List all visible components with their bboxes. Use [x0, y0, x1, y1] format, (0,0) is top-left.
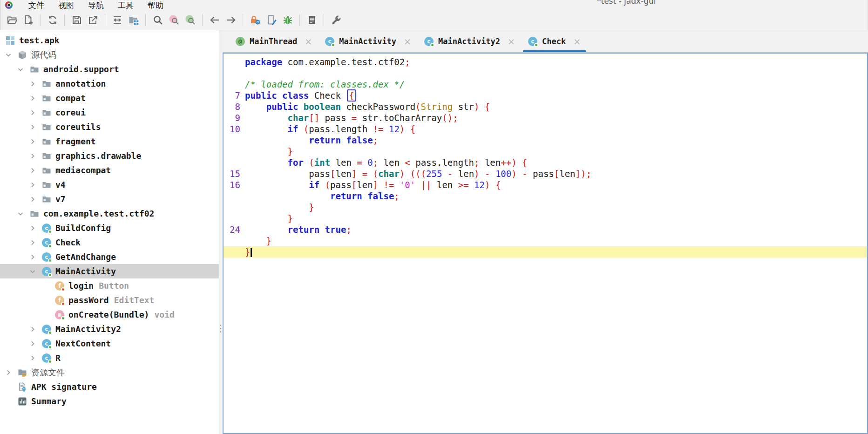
- tab-check[interactable]: cCheck×: [522, 30, 587, 52]
- tree-item-fragment[interactable]: fragment: [0, 134, 219, 149]
- code-text: }: [245, 246, 867, 258]
- menu-tools[interactable]: 工具: [111, 0, 141, 10]
- export-button[interactable]: [85, 12, 101, 28]
- horizontal-fit-button[interactable]: [109, 12, 125, 28]
- tree-item-compat[interactable]: compat: [0, 91, 219, 105]
- chevron-closed-icon[interactable]: [30, 94, 42, 103]
- chevron-closed-icon[interactable]: [30, 79, 42, 88]
- tree-item-coreutils[interactable]: coreutils: [0, 120, 219, 134]
- export-icon: [88, 14, 99, 26]
- menu-file[interactable]: 文件: [21, 0, 51, 10]
- code-line-7[interactable]: 10 if (pass.length != 12) {: [224, 123, 867, 135]
- tree-item-mediacompat[interactable]: mediacompat: [0, 163, 219, 177]
- tree-item-v4[interactable]: v4: [0, 177, 219, 192]
- chevron-open-icon[interactable]: [18, 209, 30, 218]
- chevron-closed-icon[interactable]: [30, 180, 42, 190]
- tree-item-r[interactable]: cR: [0, 351, 219, 365]
- chevron-open-icon[interactable]: [6, 50, 18, 60]
- chevron-closed-icon[interactable]: [30, 108, 42, 117]
- tab-close-icon[interactable]: ×: [305, 36, 312, 47]
- debugger-button[interactable]: [279, 12, 296, 28]
- tree-item-summary[interactable]: Summary: [0, 394, 219, 408]
- line-number: [224, 146, 245, 157]
- tree-item-mainactivity2[interactable]: cMainActivity2: [0, 322, 219, 336]
- tree-item-源代码[interactable]: 源代码: [0, 47, 219, 62]
- tab-close-icon[interactable]: ×: [404, 36, 411, 47]
- code-line-2[interactable]: [224, 68, 867, 79]
- log-viewer-button[interactable]: [304, 12, 320, 28]
- tree-item-label: compat: [55, 93, 86, 103]
- chevron-closed-icon[interactable]: [30, 252, 42, 262]
- tab-mainthread[interactable]: @MainThread×: [229, 30, 319, 52]
- code-line-15[interactable]: }: [224, 213, 867, 224]
- flat-packages-icon: [128, 14, 139, 26]
- tree-item-资源文件[interactable]: 资源文件: [0, 365, 219, 380]
- code-line-14[interactable]: }: [224, 202, 867, 213]
- forward-button[interactable]: [223, 12, 239, 28]
- code-line-10[interactable]: for (int len = 0; len < pass.length; len…: [224, 157, 867, 168]
- tree-item-oncreate-bundle-[interactable]: monCreate(Bundle)void: [0, 307, 219, 322]
- code-line-3[interactable]: /* loaded from: classes.dex */: [224, 79, 867, 90]
- menu-help[interactable]: 帮助: [141, 0, 170, 10]
- chevron-closed-icon[interactable]: [30, 195, 42, 204]
- code-line-11[interactable]: 15 pass[len] = (char) (((255 - len) - 10…: [224, 168, 867, 179]
- tree-item-com-example-test-ctf02[interactable]: com.example.test.ctf02: [0, 206, 219, 221]
- chevron-closed-icon[interactable]: [6, 368, 18, 377]
- menu-view[interactable]: 视图: [51, 0, 81, 10]
- flat-packages-button[interactable]: [125, 12, 142, 28]
- tree-item-check[interactable]: cCheck: [0, 235, 219, 250]
- open-file-button[interactable]: [4, 12, 20, 28]
- tab-close-icon[interactable]: ×: [508, 36, 515, 47]
- device-button[interactable]: [263, 12, 279, 28]
- code-line-6[interactable]: 9 char[] pass = str.toCharArray();: [224, 112, 867, 123]
- chevron-closed-icon[interactable]: [30, 151, 42, 161]
- chevron-open-icon[interactable]: [18, 65, 30, 74]
- tree-item-login[interactable]: floginButton: [0, 278, 219, 293]
- code-line-1[interactable]: package com.example.test.ctf02;: [224, 56, 867, 68]
- tree-item-coreui[interactable]: coreui: [0, 105, 219, 120]
- code-line-4[interactable]: 7public class Check {: [224, 90, 867, 101]
- class-search-button[interactable]: [166, 12, 182, 28]
- tree-item-v7[interactable]: v7: [0, 192, 219, 206]
- menu-navigation[interactable]: 导航: [81, 0, 111, 10]
- back-button[interactable]: [206, 12, 223, 28]
- chevron-closed-icon[interactable]: [30, 238, 42, 247]
- reload-button[interactable]: [44, 12, 61, 28]
- text-search-button[interactable]: [149, 12, 166, 28]
- tree-item-test-apk[interactable]: test.apk: [0, 33, 219, 47]
- code-line-18[interactable]: }: [224, 246, 867, 258]
- tree-item-annotation[interactable]: annotation: [0, 76, 219, 91]
- tab-close-icon[interactable]: ×: [573, 36, 581, 47]
- chevron-closed-icon[interactable]: [30, 339, 42, 348]
- chevron-closed-icon[interactable]: [30, 224, 42, 233]
- chevron-closed-icon[interactable]: [30, 137, 42, 146]
- chevron-open-icon[interactable]: [30, 267, 42, 276]
- chevron-closed-icon[interactable]: [30, 325, 42, 334]
- tree-item-nextcontent[interactable]: cNextContent: [0, 336, 219, 351]
- splitter[interactable]: [219, 30, 223, 434]
- tree-item-mainactivity[interactable]: cMainActivity: [0, 264, 219, 278]
- code-line-13[interactable]: return false;: [224, 190, 867, 202]
- code-line-16[interactable]: 24 return true;: [224, 224, 867, 235]
- tab-mainactivity2[interactable]: cMainActivity2×: [418, 30, 522, 52]
- tree-item-getandchange[interactable]: cGetAndChange: [0, 250, 219, 264]
- chevron-closed-icon[interactable]: [30, 166, 42, 175]
- code-line-5[interactable]: 8 public boolean checkPassword(String st…: [224, 101, 867, 112]
- chevron-closed-icon[interactable]: [30, 353, 42, 363]
- deobfuscation-button[interactable]: [247, 12, 263, 28]
- comment-search-button[interactable]: [182, 12, 198, 28]
- preferences-button[interactable]: [328, 12, 344, 28]
- code-line-8[interactable]: return false;: [224, 135, 867, 146]
- add-files-button[interactable]: [20, 12, 36, 28]
- tree-item-android-support[interactable]: android.support: [0, 62, 219, 76]
- save-all-button[interactable]: [68, 12, 85, 28]
- tab-mainactivity[interactable]: cMainActivity×: [319, 30, 418, 52]
- chevron-closed-icon[interactable]: [30, 122, 42, 132]
- tree-item-apk-signature[interactable]: APK signature: [0, 380, 219, 394]
- tree-item-password[interactable]: fpassWordEditText: [0, 293, 219, 307]
- code-line-12[interactable]: 16 if (pass[len] != '0' || len >= 12) {: [224, 179, 867, 190]
- code-line-9[interactable]: }: [224, 146, 867, 157]
- code-line-17[interactable]: }: [224, 235, 867, 246]
- tree-item-graphics-drawable[interactable]: graphics.drawable: [0, 149, 219, 163]
- tree-item-buildconfig[interactable]: cBuildConfig: [0, 221, 219, 235]
